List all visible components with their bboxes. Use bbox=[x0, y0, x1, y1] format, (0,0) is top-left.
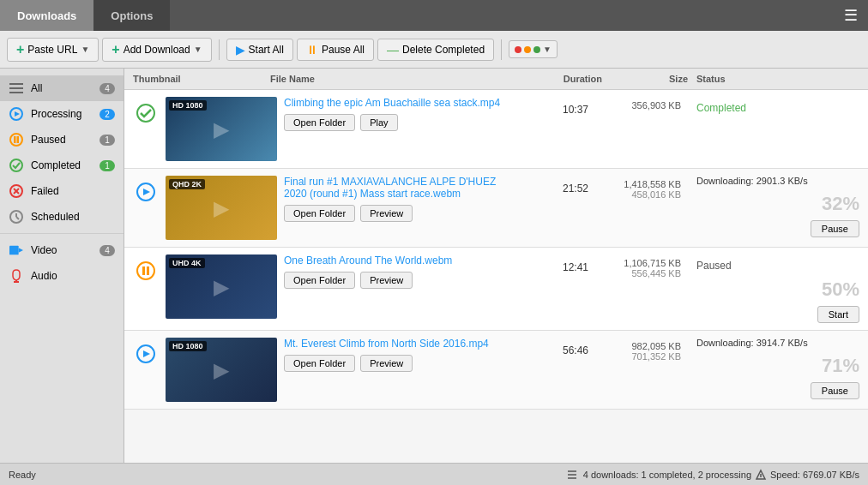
hamburger-menu[interactable]: ☰ bbox=[834, 0, 868, 31]
dots-arrow: ▼ bbox=[543, 45, 552, 54]
filename-4[interactable]: Mt. Everest Climb from North Side 2016.m… bbox=[284, 338, 513, 350]
svg-rect-7 bbox=[17, 136, 20, 143]
item-status-icon-3 bbox=[133, 261, 159, 280]
open-folder-btn-3[interactable]: Open Folder bbox=[284, 272, 355, 289]
size-3: 1,106,715 KB 556,445 KB bbox=[595, 258, 681, 278]
add-download-label: Add Download bbox=[124, 44, 190, 56]
svg-marker-16 bbox=[19, 248, 23, 252]
speed-icon bbox=[755, 469, 767, 481]
sidebar-separator bbox=[0, 233, 124, 234]
item-status-icon-4 bbox=[133, 344, 159, 363]
duration-4: 56:46 bbox=[520, 344, 588, 356]
size-total-1: 356,903 KB bbox=[595, 100, 681, 111]
download-count-icon bbox=[568, 470, 580, 480]
sidebar-processing-badge: 2 bbox=[99, 109, 115, 120]
status-left: Ready bbox=[9, 470, 36, 480]
dot-green bbox=[533, 46, 540, 53]
status-bar: Ready 4 downloads: 1 completed, 2 proces… bbox=[0, 463, 868, 485]
open-folder-btn-4[interactable]: Open Folder bbox=[284, 355, 355, 372]
sidebar-item-all[interactable]: All 4 bbox=[0, 75, 124, 101]
pause-ctrl-btn-4[interactable]: Pause bbox=[811, 382, 859, 399]
header-duration: Duration bbox=[533, 74, 602, 84]
paste-url-button[interactable]: + Paste URL ▼ bbox=[7, 38, 99, 62]
sidebar-paused-badge: 1 bbox=[99, 135, 115, 146]
pause-ctrl-btn-2[interactable]: Pause bbox=[811, 220, 859, 237]
preview-btn-3[interactable]: Preview bbox=[360, 272, 413, 289]
sidebar-item-processing[interactable]: Processing 2 bbox=[0, 101, 124, 127]
play-btn-1[interactable]: Play bbox=[360, 114, 397, 131]
filename-2[interactable]: Final run #1 MAXIAVALANCHE ALPE D'HUEZ 2… bbox=[284, 176, 513, 200]
processing-icon bbox=[9, 106, 24, 122]
pause-all-label: Pause All bbox=[322, 44, 365, 56]
sidebar-item-scheduled[interactable]: Scheduled bbox=[0, 204, 124, 230]
preview-btn-4[interactable]: Preview bbox=[360, 355, 413, 372]
sidebar-paused-label: Paused bbox=[31, 134, 93, 146]
sidebar-item-audio[interactable]: Audio bbox=[0, 263, 124, 289]
filename-3[interactable]: One Breath Around The World.webm bbox=[284, 254, 513, 266]
size-2: 1,418,558 KB 458,016 KB bbox=[595, 179, 681, 200]
filename-1[interactable]: Climbing the epic Am Buachaille sea stac… bbox=[284, 97, 513, 109]
paused-icon bbox=[9, 132, 24, 147]
sidebar-item-failed[interactable]: Failed bbox=[0, 178, 124, 204]
audio-icon bbox=[9, 268, 24, 284]
sidebar: All 4 Processing 2 Paused 1 Completed 1 bbox=[0, 69, 124, 463]
status-right: 4 downloads: 1 completed, 2 processing S… bbox=[568, 469, 859, 481]
start-all-button[interactable]: ▶ Start All bbox=[226, 39, 293, 61]
duration-3: 12:41 bbox=[520, 261, 588, 273]
table-row: ▶ HD 1080 Climbing the epic Am Buachaill… bbox=[124, 90, 868, 169]
start-ctrl-btn-3[interactable]: Start bbox=[817, 306, 859, 323]
open-folder-btn-1[interactable]: Open Folder bbox=[284, 114, 355, 131]
svg-line-14 bbox=[16, 217, 19, 219]
thumbnail-2: ▶ QHD 2K bbox=[166, 176, 277, 240]
item-actions-3: Open Folder Preview bbox=[284, 272, 513, 289]
header-filename: File Name bbox=[270, 74, 533, 84]
preview-btn-2[interactable]: Preview bbox=[360, 205, 413, 222]
progress-3: 50% bbox=[696, 278, 859, 301]
open-folder-btn-2[interactable]: Open Folder bbox=[284, 205, 355, 222]
status-2: Downloading: 2901.3 KB/s 32% Pause bbox=[688, 176, 859, 237]
duration-2: 21:52 bbox=[520, 183, 588, 195]
start-icon: ▶ bbox=[236, 43, 245, 57]
pause-all-button[interactable]: ⏸ Pause All bbox=[297, 39, 374, 61]
size-total-2: 1,418,558 KB bbox=[595, 179, 681, 189]
main-content: All 4 Processing 2 Paused 1 Completed 1 bbox=[0, 69, 868, 463]
toolbar: + Paste URL ▼ + Add Download ▼ ▶ Start A… bbox=[0, 31, 868, 69]
more-options-button[interactable]: ▼ bbox=[509, 40, 558, 58]
progress-2: 32% bbox=[696, 193, 859, 215]
size-total-4: 982,095 KB bbox=[595, 341, 681, 351]
status-4: Downloading: 3914.7 KB/s 71% Pause bbox=[688, 338, 859, 399]
pause-icon: ⏸ bbox=[306, 43, 318, 57]
scheduled-icon bbox=[9, 209, 24, 225]
item-details-2: Final run #1 MAXIAVALANCHE ALPE D'HUEZ 2… bbox=[284, 176, 513, 222]
size-dl-2: 458,016 KB bbox=[595, 189, 681, 200]
sidebar-item-completed[interactable]: Completed 1 bbox=[0, 153, 124, 178]
completed-icon bbox=[9, 158, 24, 173]
content-area: Thumbnail File Name Duration Size Status… bbox=[124, 69, 868, 463]
svg-point-22 bbox=[137, 262, 154, 279]
tab-downloads[interactable]: Downloads bbox=[0, 0, 93, 31]
add-download-button[interactable]: + Add Download ▼ bbox=[102, 38, 211, 62]
item-actions-1: Open Folder Play bbox=[284, 114, 513, 131]
svg-marker-21 bbox=[143, 189, 150, 195]
list-icon bbox=[9, 81, 24, 96]
duration-1: 10:37 bbox=[520, 104, 588, 116]
header-status: Status bbox=[688, 74, 859, 84]
svg-rect-15 bbox=[9, 246, 19, 255]
delete-completed-button[interactable]: — Delete Completed bbox=[377, 39, 494, 61]
sidebar-all-badge: 4 bbox=[99, 83, 115, 94]
svg-marker-26 bbox=[143, 350, 150, 357]
ready-text: Ready bbox=[9, 470, 36, 480]
sidebar-all-label: All bbox=[31, 82, 93, 94]
sidebar-item-paused[interactable]: Paused 1 bbox=[0, 127, 124, 153]
sidebar-video-badge: 4 bbox=[99, 245, 115, 256]
paste-url-arrow: ▼ bbox=[81, 45, 89, 54]
download-count-text: 4 downloads: 1 completed, 2 processing bbox=[583, 470, 751, 480]
sidebar-item-video[interactable]: Video 4 bbox=[0, 237, 124, 263]
table-row: ▶ HD 1080 Mt. Everest Climb from North S… bbox=[124, 331, 868, 410]
speed-text: Speed: 6769.07 KB/s bbox=[770, 470, 859, 480]
item-status-icon-2 bbox=[133, 183, 159, 201]
pause-btn-area-4: Pause bbox=[696, 382, 859, 399]
failed-icon bbox=[9, 183, 24, 199]
item-status-icon-1 bbox=[133, 104, 159, 123]
tab-options[interactable]: Options bbox=[93, 0, 170, 31]
